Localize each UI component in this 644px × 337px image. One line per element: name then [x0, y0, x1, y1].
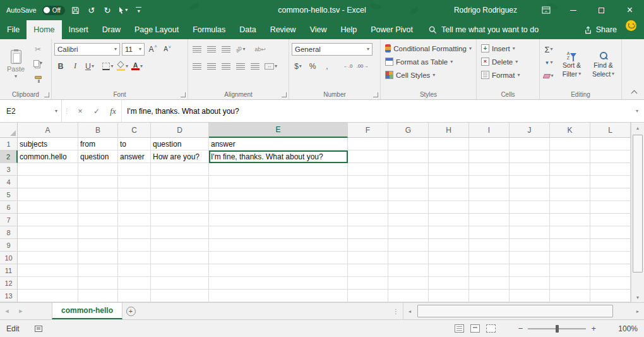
vertical-scrollbar[interactable]: ▲ ▼: [631, 123, 644, 302]
user-name[interactable]: Rodrigo Rodriguez: [454, 6, 517, 15]
cell-L2[interactable]: [590, 150, 631, 163]
row-header-3[interactable]: 3: [0, 163, 18, 176]
cell-A2[interactable]: common.hello: [18, 150, 78, 163]
cell-F12[interactable]: [348, 277, 388, 290]
cell-I11[interactable]: [469, 264, 510, 277]
cell-J3[interactable]: [510, 163, 550, 176]
zoom-slider-thumb[interactable]: [556, 325, 559, 333]
cell-L11[interactable]: [590, 264, 631, 277]
number-format-combo[interactable]: General ▾: [292, 43, 373, 56]
borders-button[interactable]: ▾: [102, 60, 114, 73]
cell-I4[interactable]: [469, 176, 510, 188]
cell-C9[interactable]: [118, 239, 151, 252]
cell-L7[interactable]: [590, 214, 631, 226]
cell-J7[interactable]: [510, 214, 550, 226]
horizontal-scroll-thumb[interactable]: [417, 305, 613, 317]
cell-G9[interactable]: [388, 239, 429, 252]
cell-F9[interactable]: [348, 239, 388, 252]
cell-J11[interactable]: [510, 264, 550, 277]
cell-I3[interactable]: [469, 163, 510, 176]
cell-C8[interactable]: [118, 226, 151, 239]
cell-L12[interactable]: [590, 277, 631, 290]
cell-I8[interactable]: [469, 226, 510, 239]
cell-J10[interactable]: [510, 252, 550, 264]
align-bottom-button[interactable]: [220, 43, 232, 56]
cell-A3[interactable]: [18, 163, 78, 176]
cell-F13[interactable]: [348, 290, 388, 302]
cell-D3[interactable]: [151, 163, 209, 176]
orientation-button[interactable]: ab▾: [234, 43, 247, 56]
row-header-9[interactable]: 9: [0, 239, 18, 252]
align-middle-button[interactable]: [205, 43, 218, 56]
cell-C13[interactable]: [118, 290, 151, 302]
alignment-dialog-launcher[interactable]: [282, 92, 287, 97]
clipboard-dialog-launcher[interactable]: [44, 92, 49, 97]
cell-E6[interactable]: [209, 201, 348, 214]
cell-C5[interactable]: [118, 188, 151, 201]
cell-B12[interactable]: [78, 277, 118, 290]
cell-B1[interactable]: from: [78, 138, 118, 150]
sheet-nav-left-button[interactable]: ◄: [0, 303, 14, 319]
align-center-button[interactable]: [205, 60, 218, 73]
cell-I7[interactable]: [469, 214, 510, 226]
cell-K1[interactable]: [550, 138, 590, 150]
cell-F6[interactable]: [348, 201, 388, 214]
column-header-I[interactable]: I: [469, 123, 510, 138]
page-layout-view-button[interactable]: [470, 324, 480, 333]
cell-L13[interactable]: [590, 290, 631, 302]
cell-G4[interactable]: [388, 176, 429, 188]
cell-J4[interactable]: [510, 176, 550, 188]
cell-J1[interactable]: [510, 138, 550, 150]
cell-D10[interactable]: [151, 252, 209, 264]
fill-color-button[interactable]: ▾: [116, 60, 129, 73]
cell-H2[interactable]: [429, 150, 469, 163]
cell-K5[interactable]: [550, 188, 590, 201]
cell-K4[interactable]: [550, 176, 590, 188]
row-header-1[interactable]: 1: [0, 138, 18, 150]
cell-E4[interactable]: [209, 176, 348, 188]
cell-K2[interactable]: [550, 150, 590, 163]
cell-L9[interactable]: [590, 239, 631, 252]
row-header-12[interactable]: 12: [0, 277, 18, 290]
tell-me-search[interactable]: Tell me what you want to do: [429, 20, 539, 39]
cell-B13[interactable]: [78, 290, 118, 302]
cell-B8[interactable]: [78, 226, 118, 239]
horizontal-scrollbar[interactable]: ◄ ►: [403, 303, 644, 319]
vertical-scroll-track[interactable]: [631, 133, 644, 292]
cell-G6[interactable]: [388, 201, 429, 214]
cell-K9[interactable]: [550, 239, 590, 252]
align-left-button[interactable]: [191, 60, 203, 73]
cell-H10[interactable]: [429, 252, 469, 264]
vertical-scroll-thumb[interactable]: [633, 135, 643, 273]
cell-J12[interactable]: [510, 277, 550, 290]
copy-button[interactable]: ▾: [32, 57, 44, 70]
cell-B11[interactable]: [78, 264, 118, 277]
cell-F5[interactable]: [348, 188, 388, 201]
cell-H7[interactable]: [429, 214, 469, 226]
minimize-button[interactable]: [559, 0, 587, 20]
cell-C12[interactable]: [118, 277, 151, 290]
cell-E1[interactable]: answer: [209, 138, 348, 150]
tab-draw[interactable]: Draw: [95, 20, 128, 39]
zoom-in-button[interactable]: +: [591, 324, 596, 333]
clear-button[interactable]: ▾: [542, 70, 555, 82]
formula-bar-drag-handle[interactable]: ⋮: [62, 100, 72, 122]
autosum-button[interactable]: Σ▾: [542, 43, 555, 56]
tab-review[interactable]: Review: [263, 20, 303, 39]
cell-I5[interactable]: [469, 188, 510, 201]
cell-G13[interactable]: [388, 290, 429, 302]
feedback-smiley-icon[interactable]: [626, 20, 636, 31]
insert-function-button[interactable]: fx: [105, 100, 121, 122]
cell-E12[interactable]: [209, 277, 348, 290]
touch-mouse-mode-button[interactable]: ▾: [118, 3, 128, 17]
macro-recording-icon[interactable]: [35, 326, 42, 332]
page-break-preview-button[interactable]: [486, 324, 496, 333]
cell-K10[interactable]: [550, 252, 590, 264]
row-header-6[interactable]: 6: [0, 201, 18, 214]
cell-E2[interactable]: I'm fine, thanks. What about you?: [209, 150, 348, 163]
cell-L10[interactable]: [590, 252, 631, 264]
horizontal-scroll-track[interactable]: [416, 303, 631, 319]
font-name-combo[interactable]: Calibri ▾: [54, 43, 120, 56]
cell-K6[interactable]: [550, 201, 590, 214]
wrap-text-button[interactable]: ab↩: [254, 43, 266, 56]
